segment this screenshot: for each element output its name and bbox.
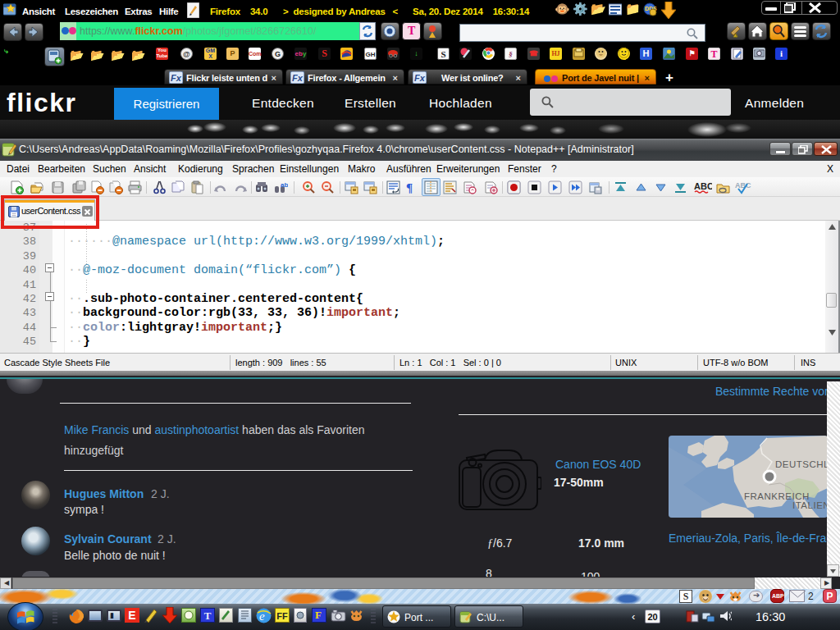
svg-text:Fx: Fx	[171, 73, 182, 83]
svg-text:ABC: ABC	[735, 181, 751, 189]
svg-text:Fx: Fx	[414, 73, 426, 83]
svg-text:ABC: ABC	[694, 181, 712, 191]
svg-text:ITALIEN: ITALIEN	[792, 500, 828, 510]
svg-text:!: !	[735, 33, 737, 39]
svg-text:DEUTSCHLAN: DEUTSCHLAN	[775, 459, 828, 469]
svg-text:Fx: Fx	[292, 73, 304, 83]
svg-text:ab: ab	[281, 181, 288, 189]
svg-text:¶: ¶	[406, 181, 413, 194]
